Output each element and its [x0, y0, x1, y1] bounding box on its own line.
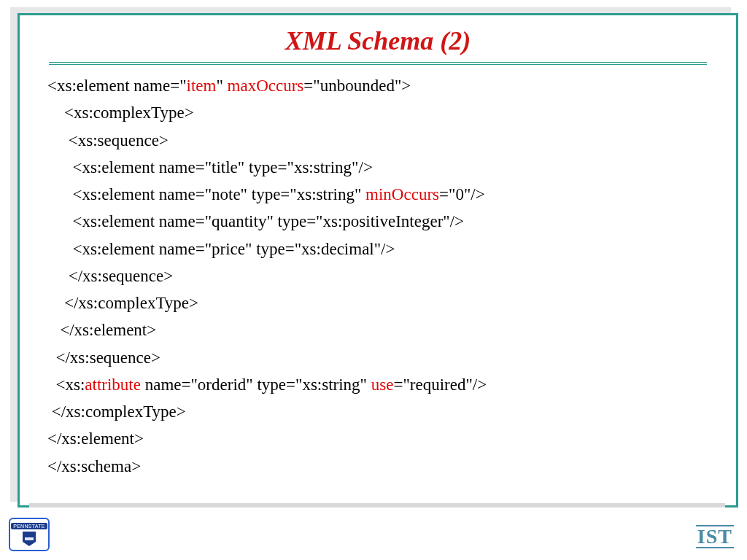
pennstate-logo: PENNSTATE — [9, 518, 50, 551]
code-line: <xs:element name="title" type="xs:string… — [47, 158, 373, 176]
code-line: </xs:sequence> — [47, 349, 160, 367]
title-divider — [49, 62, 707, 65]
code-line: <xs:element name="quantity" type="xs:pos… — [47, 212, 464, 230]
code-line: </xs:element> — [47, 321, 156, 339]
slide-shadow-bottom — [29, 503, 725, 508]
code-line: </xs:complexType> — [47, 402, 186, 421]
code-line: </xs:element> — [47, 429, 144, 448]
code-line: <xs:sequence> — [47, 131, 169, 149]
highlight-maxoccurs: maxOccurs — [228, 77, 304, 95]
code-line: <xs:complexType> — [47, 104, 194, 122]
code-line: <xs:element name="price" type="xs:decima… — [47, 240, 395, 258]
code-line: <xs:element name="item" maxOccurs="unbou… — [47, 77, 411, 95]
slide-content: XML Schema (2) <xs:element name="item" m… — [20, 15, 736, 490]
code-block: <xs:element name="item" maxOccurs="unbou… — [47, 72, 708, 480]
code-line: <xs:attribute name="orderid" type="xs:st… — [47, 376, 487, 394]
code-line: </xs:sequence> — [47, 267, 173, 285]
highlight-item: item — [187, 77, 217, 95]
ist-logo: IST — [696, 525, 734, 548]
code-line: </xs:schema> — [47, 457, 141, 475]
shield-icon — [23, 532, 36, 546]
highlight-attribute: attribute — [85, 376, 141, 394]
highlight-minoccurs: minOccurs — [365, 185, 439, 203]
slide-title: XML Schema (2) — [47, 26, 708, 56]
pennstate-label: PENNSTATE — [11, 523, 47, 529]
code-line: </xs:complexType> — [47, 294, 198, 312]
code-line: <xs:element name="note" type="xs:string"… — [47, 185, 485, 203]
slide-frame: XML Schema (2) <xs:element name="item" m… — [18, 13, 738, 508]
highlight-use: use — [371, 376, 394, 394]
